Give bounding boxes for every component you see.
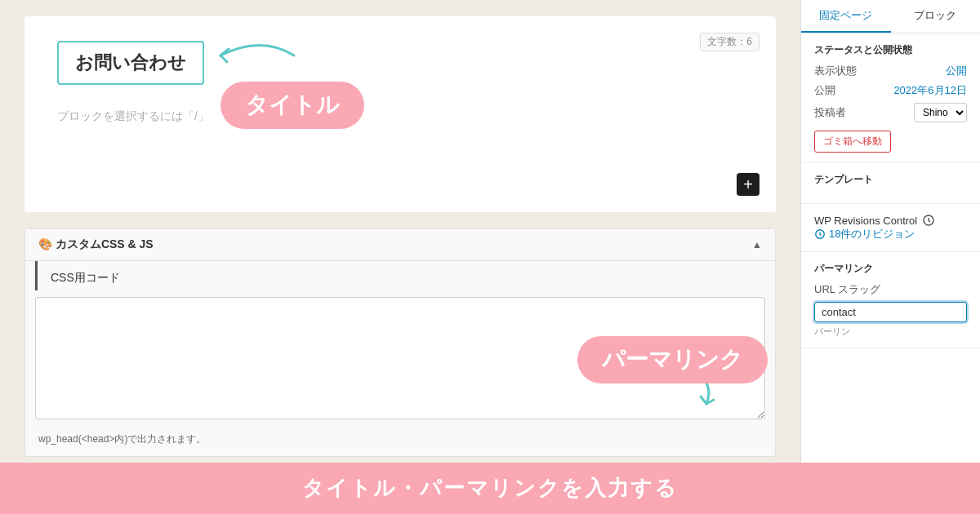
revisions-count[interactable]: 18件のリビジョン <box>814 227 967 241</box>
permalink-section: パーマリンク URL スラッグ パーリン <box>801 252 980 348</box>
char-count: 文字数：6 <box>700 33 760 51</box>
revisions-label: WP Revisions Control <box>814 215 917 227</box>
trash-button[interactable]: ゴミ箱へ移動 <box>814 131 891 153</box>
sidebar-content: ステータスと公開状態 表示状態 公開 公開 2022年6月12日 投稿者 Shi… <box>801 33 980 348</box>
css-code-label: CSS用コード <box>35 261 765 290</box>
status-section-title: ステータスと公開状態 <box>814 43 967 57</box>
title-annotation-bubble: タイトル <box>220 82 364 129</box>
visibility-value[interactable]: 公開 <box>946 64 967 78</box>
tab-block[interactable]: ブロック <box>891 0 981 33</box>
block-placeholder: ブロックを選択するには「/」 <box>57 109 743 124</box>
sidebar-tabs: 固定ページ ブロック <box>801 0 980 33</box>
author-select[interactable]: Shino <box>914 103 967 122</box>
editor-canvas: お問い合わせ 文字数：6 ブロックを選択するには「/」 + <box>24 16 776 212</box>
collapse-icon[interactable]: ▲ <box>752 239 762 250</box>
permalink-bottom-text: パーリン <box>814 326 967 338</box>
publish-value[interactable]: 2022年6月12日 <box>893 83 967 98</box>
url-slug-input[interactable] <box>814 302 967 322</box>
bottom-label: タイトル・パーマリンクを入力する <box>0 463 980 514</box>
revisions-section: WP Revisions Control 18件のリビジョン <box>801 204 980 252</box>
permalink-annotation-bubble: パーマリンク <box>577 336 768 383</box>
custom-css-title: 🎨 カスタムCSS & JS <box>38 237 154 252</box>
author-row: 投稿者 Shino <box>814 103 967 122</box>
tab-fixed-page[interactable]: 固定ページ <box>801 0 891 33</box>
status-section: ステータスと公開状態 表示状態 公開 公開 2022年6月12日 投稿者 Shi… <box>801 33 980 163</box>
publish-row: 公開 2022年6月12日 <box>814 83 967 98</box>
author-label: 投稿者 <box>814 105 846 120</box>
publish-label: 公開 <box>814 83 835 98</box>
template-section: テンプレート <box>801 163 980 204</box>
visibility-row: 表示状態 公開 <box>814 64 967 78</box>
visibility-label: 表示状態 <box>814 64 857 78</box>
revisions-count-icon <box>814 228 826 240</box>
url-slug-row: URL スラッグ <box>814 282 967 297</box>
template-section-title: テンプレート <box>814 173 967 187</box>
clock-icon <box>922 214 935 227</box>
editor-area: お問い合わせ 文字数：6 ブロックを選択するには「/」 + タイトル 🎨 カスタ… <box>0 0 800 514</box>
add-block-button[interactable]: + <box>737 173 760 196</box>
page-title-block[interactable]: お問い合わせ <box>57 41 204 85</box>
url-slug-label: URL スラッグ <box>814 282 880 297</box>
permalink-title: パーマリンク <box>814 262 967 276</box>
title-arrow-icon <box>212 31 310 80</box>
custom-css-header[interactable]: 🎨 カスタムCSS & JS ▲ <box>25 229 775 261</box>
sidebar: 固定ページ ブロック ステータスと公開状態 表示状態 公開 公開 2022年6月… <box>800 0 980 514</box>
css-note: wp_head(<head>内)で出力されます。 <box>25 432 775 456</box>
revisions-row: WP Revisions Control <box>814 214 967 227</box>
